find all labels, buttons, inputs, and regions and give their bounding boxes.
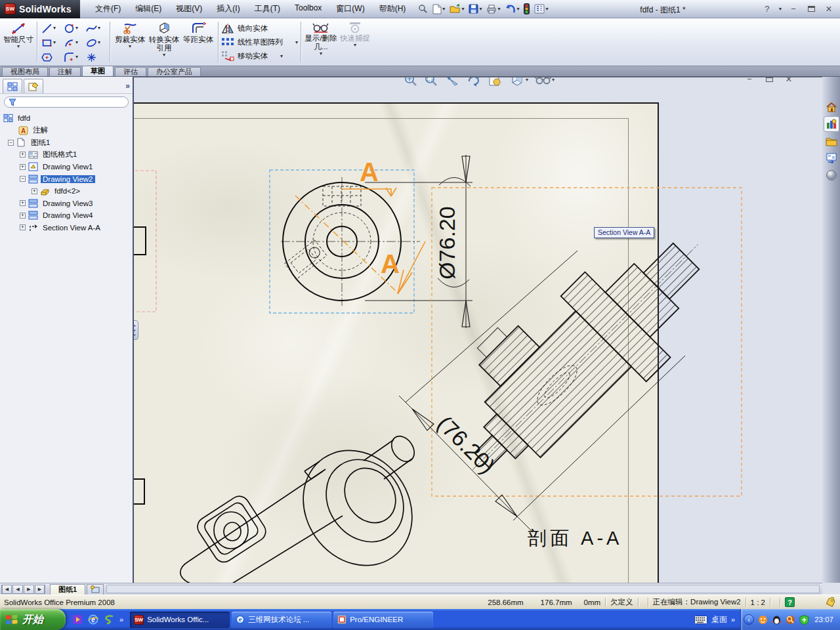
expand-box[interactable]: + bbox=[20, 152, 26, 158]
expand-box[interactable]: + bbox=[20, 213, 26, 219]
dropdown-caret[interactable]: ▾ bbox=[129, 44, 131, 49]
quick-snaps-button[interactable]: 快速捕捉 ▾ bbox=[338, 20, 372, 48]
tree-item-part-fdfd2[interactable]: + fdfd<2> bbox=[0, 185, 133, 198]
dropdown-caret[interactable]: ▾ bbox=[479, 7, 482, 12]
menu-tools[interactable]: 工具(T) bbox=[247, 1, 287, 17]
print-button[interactable]: ▾ bbox=[485, 3, 501, 14]
tree-item-drawing-view4[interactable]: + Drawing View4 bbox=[0, 209, 133, 222]
doc-minimize-button[interactable]: − bbox=[744, 77, 755, 85]
menu-toolbox[interactable]: Toolbox bbox=[287, 1, 329, 17]
horizontal-scrollbar[interactable] bbox=[106, 585, 820, 593]
smart-dimension-button[interactable]: 智能尺寸 ▾ bbox=[3, 20, 34, 49]
previous-view-button[interactable] bbox=[444, 77, 460, 87]
prev-sheet-button[interactable]: ◀ bbox=[12, 585, 23, 594]
dropdown-caret[interactable]: ▾ bbox=[461, 7, 464, 12]
solidworks-resources-button[interactable] bbox=[824, 99, 839, 115]
trim-entities-button[interactable]: 剪裁实体 ▾ bbox=[113, 20, 147, 49]
close-button[interactable]: × bbox=[823, 3, 835, 14]
circle-tool-button[interactable]: ▾ bbox=[62, 21, 85, 35]
browser-s-icon[interactable] bbox=[104, 614, 114, 625]
view-palette-button[interactable] bbox=[824, 150, 839, 166]
tree-item-section-view[interactable]: + Section View A-A bbox=[0, 222, 133, 234]
collapse-box[interactable]: − bbox=[8, 140, 14, 146]
zoom-to-fit-button[interactable] bbox=[404, 77, 418, 87]
menu-view[interactable]: 视图(V) bbox=[169, 1, 209, 17]
undo-button[interactable]: ▾ bbox=[503, 3, 520, 15]
tab-office-products[interactable]: 办公室产品 bbox=[148, 67, 201, 76]
mirror-entities-button[interactable]: 镜向实体 bbox=[221, 22, 298, 35]
last-sheet-button[interactable]: ▶ bbox=[35, 585, 45, 594]
ellipse-tool-button[interactable]: ▾ bbox=[85, 35, 107, 50]
sheet-tab-sheet1[interactable]: 图纸1 bbox=[50, 584, 85, 595]
menu-help[interactable]: 帮助(H) bbox=[372, 1, 413, 17]
dropdown-caret[interactable]: ▾ bbox=[98, 40, 100, 45]
expand-box[interactable]: + bbox=[32, 188, 37, 194]
dropdown-caret[interactable]: ▾ bbox=[295, 40, 298, 45]
tree-item-drawing-view1[interactable]: + Drawing View1 bbox=[0, 161, 133, 173]
dropdown-caret[interactable]: ▾ bbox=[545, 7, 548, 12]
help-dropdown-caret[interactable]: ▾ bbox=[779, 7, 782, 12]
qq-tray-icon[interactable] bbox=[772, 615, 782, 625]
dropdown-caret[interactable]: ▾ bbox=[75, 26, 78, 31]
tab-view-layout[interactable]: 视图布局 bbox=[2, 67, 48, 76]
spline-tool-button[interactable]: ▾ bbox=[85, 21, 107, 35]
graphics-area[interactable]: .geo{fill:none;stroke:#0d0d0d;stroke-wid… bbox=[134, 77, 822, 583]
doc-restore-button[interactable] bbox=[763, 77, 775, 85]
tree-item-root[interactable]: fdfd bbox=[0, 112, 133, 125]
tree-item-annotations[interactable]: A 注解 bbox=[0, 125, 133, 137]
dropdown-caret[interactable]: ▾ bbox=[75, 40, 78, 45]
tree-filter-input[interactable] bbox=[4, 96, 129, 108]
menu-insert[interactable]: 插入(I) bbox=[209, 1, 247, 17]
panel-expand-chevron[interactable]: » bbox=[125, 81, 130, 91]
dropdown-caret[interactable]: ▾ bbox=[497, 7, 500, 12]
menu-window[interactable]: 窗口(W) bbox=[329, 1, 371, 17]
dropdown-caret[interactable]: ▾ bbox=[75, 54, 78, 60]
offset-entities-button[interactable]: 等距实体 bbox=[181, 20, 215, 44]
tab-sketch[interactable]: 草图 bbox=[82, 66, 114, 76]
tray-collapse-button[interactable]: ‹ bbox=[744, 614, 754, 625]
dropdown-caret[interactable]: ▾ bbox=[552, 77, 555, 83]
input-method-keyboard-icon[interactable] bbox=[694, 616, 707, 624]
fillet-tool-button[interactable]: ▾ bbox=[62, 50, 85, 64]
open-button[interactable]: ▾ bbox=[448, 3, 465, 14]
dropdown-caret[interactable]: ▾ bbox=[53, 26, 56, 31]
move-entities-button[interactable]: 移动实体 ▾ bbox=[221, 49, 298, 63]
desktop-toolbar-label[interactable]: 桌面 bbox=[711, 614, 727, 625]
start-button[interactable]: 开始 bbox=[0, 609, 66, 630]
rebuild-traffic-light-icon[interactable] bbox=[522, 3, 531, 15]
minimize-button[interactable]: − bbox=[788, 3, 799, 14]
media-player-icon[interactable] bbox=[72, 614, 83, 625]
taskbar-item-forum[interactable]: e 三维网技术论坛 ... bbox=[232, 612, 331, 628]
polygon-tool-button[interactable] bbox=[40, 50, 62, 64]
expand-box[interactable]: + bbox=[20, 224, 26, 230]
dropdown-caret[interactable]: ▾ bbox=[98, 26, 100, 31]
dropdown-caret[interactable]: ▾ bbox=[526, 77, 528, 83]
display-delete-relations-button[interactable]: 显示/删除几... ▾ bbox=[304, 20, 338, 56]
desktop-chevron[interactable]: » bbox=[731, 616, 735, 623]
zoom-to-area-button[interactable] bbox=[424, 77, 438, 87]
collapse-box[interactable]: − bbox=[20, 176, 26, 182]
dropdown-caret[interactable]: ▾ bbox=[516, 7, 519, 12]
quick-tips-help-badge[interactable]: ? bbox=[785, 597, 795, 607]
view-settings-cube-button[interactable]: ▾ bbox=[509, 77, 528, 87]
tag-icon[interactable] bbox=[825, 597, 836, 607]
tree-item-sheet1[interactable]: − 图纸1 bbox=[0, 136, 133, 149]
dropdown-caret[interactable]: ▾ bbox=[320, 51, 322, 56]
save-button[interactable]: ▾ bbox=[467, 3, 483, 14]
linear-pattern-button[interactable]: 线性草图阵列 ▾ bbox=[221, 35, 298, 49]
drawing-sheet[interactable] bbox=[134, 102, 659, 583]
expand-box[interactable]: + bbox=[20, 200, 26, 206]
convert-entities-button[interactable]: 转换实体引用 ▾ bbox=[147, 20, 181, 58]
apply-scene-button[interactable] bbox=[488, 77, 503, 87]
file-explorer-button[interactable] bbox=[824, 133, 839, 149]
tree-item-drawing-view3[interactable]: + Drawing View3 bbox=[0, 198, 133, 210]
internet-explorer-icon[interactable]: e bbox=[88, 614, 98, 625]
first-sheet-button[interactable]: ◀ bbox=[1, 585, 12, 594]
appearances-button[interactable] bbox=[824, 167, 839, 183]
view-display-glasses-button[interactable]: ▾ bbox=[534, 77, 555, 87]
design-library-button[interactable] bbox=[824, 116, 839, 132]
360-shield-tray-icon[interactable] bbox=[799, 615, 809, 625]
taskbar-clock[interactable]: 23:07 bbox=[814, 616, 833, 623]
menu-edit[interactable]: 编辑(E) bbox=[128, 1, 169, 17]
new-document-button[interactable]: ▾ bbox=[431, 3, 446, 15]
